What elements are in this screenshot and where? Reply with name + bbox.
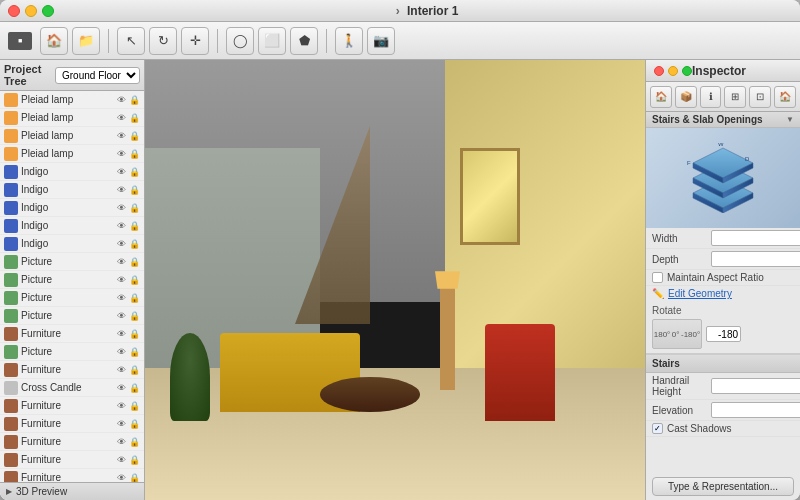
eye-icon[interactable]: 👁 [115,472,127,483]
toolbar-btn-select[interactable]: ↖ [117,27,145,55]
eye-icon[interactable]: 👁 [115,436,127,448]
lock-icon[interactable]: 🔒 [128,400,140,412]
close-button[interactable] [8,5,20,17]
insp-btn-1[interactable]: 🏠 [650,86,672,108]
eye-icon[interactable]: 👁 [115,184,127,196]
lock-icon[interactable]: 🔒 [128,454,140,466]
lock-icon[interactable]: 🔒 [128,148,140,160]
lock-icon[interactable]: 🔒 [128,292,140,304]
eye-icon[interactable]: 👁 [115,292,127,304]
list-item[interactable]: Indigo 👁 🔒 [0,217,144,235]
eye-icon[interactable]: 👁 [115,454,127,466]
floor-select[interactable]: Ground Floor [55,67,140,84]
type-representation-button[interactable]: Type & Representation... [652,477,794,496]
lock-icon[interactable]: 🔒 [128,184,140,196]
eye-icon[interactable]: 👁 [115,364,127,376]
insp-btn-info[interactable]: ℹ [700,86,722,108]
toolbar-btn-home[interactable]: 🏠 [40,27,68,55]
eye-icon[interactable]: 👁 [115,130,127,142]
list-item[interactable]: Furniture 👁 🔒 [0,433,144,451]
lock-icon[interactable]: 🔒 [128,382,140,394]
eye-icon[interactable]: 👁 [115,220,127,232]
toolbar-btn-circle[interactable]: ◯ [226,27,254,55]
toolbar-btn-poly[interactable]: ⬟ [290,27,318,55]
toolbar-btn-rect[interactable]: ⬜ [258,27,286,55]
list-item[interactable]: Picture 👁 🔒 [0,289,144,307]
eye-icon[interactable]: 👁 [115,256,127,268]
list-item[interactable]: Pleiad lamp 👁 🔒 [0,145,144,163]
eye-icon[interactable]: 👁 [115,418,127,430]
toolbar-btn-camera[interactable]: 📷 [367,27,395,55]
insp-btn-3[interactable]: ⊞ [724,86,746,108]
eye-icon[interactable]: 👁 [115,310,127,322]
3d-preview-bar[interactable]: ▶ 3D Preview [0,482,144,500]
maintain-aspect-checkbox[interactable] [652,272,663,283]
toolbar-btn-folder[interactable]: 📁 [72,27,100,55]
maximize-button[interactable] [42,5,54,17]
eye-icon[interactable]: 👁 [115,148,127,160]
list-item[interactable]: Furniture 👁 🔒 [0,361,144,379]
edit-geometry-link[interactable]: Edit Geometry [668,288,732,299]
list-item[interactable]: Furniture 👁 🔒 [0,469,144,482]
eye-icon[interactable]: 👁 [115,202,127,214]
eye-icon[interactable]: 👁 [115,274,127,286]
lock-icon[interactable]: 🔒 [128,310,140,322]
lock-icon[interactable]: 🔒 [128,94,140,106]
list-item[interactable]: Pleiad lamp 👁 🔒 [0,109,144,127]
eye-icon[interactable]: 👁 [115,94,127,106]
eye-icon[interactable]: 👁 [115,382,127,394]
elevation-input[interactable] [711,402,800,418]
insp-btn-2[interactable]: 📦 [675,86,697,108]
insp-max-btn[interactable] [682,66,692,76]
insp-btn-4[interactable]: ⊡ [749,86,771,108]
lock-icon[interactable]: 🔒 [128,166,140,178]
lock-icon[interactable]: 🔒 [128,238,140,250]
toolbar-btn-figure[interactable]: 🚶 [335,27,363,55]
handrail-input[interactable] [711,378,800,394]
list-item[interactable]: Indigo 👁 🔒 [0,235,144,253]
eye-icon[interactable]: 👁 [115,346,127,358]
toolbar-btn-rotate[interactable]: ↻ [149,27,177,55]
list-item[interactable]: Furniture 👁 🔒 [0,415,144,433]
lock-icon[interactable]: 🔒 [128,346,140,358]
insp-min-btn[interactable] [668,66,678,76]
eye-icon[interactable]: 👁 [115,166,127,178]
lock-icon[interactable]: 🔒 [128,436,140,448]
list-item[interactable]: Indigo 👁 🔒 [0,163,144,181]
lock-icon[interactable]: 🔒 [128,130,140,142]
lock-icon[interactable]: 🔒 [128,220,140,232]
rotate-dial[interactable]: 180° 0° -180° [652,319,702,349]
list-item[interactable]: Cross Candle 👁 🔒 [0,379,144,397]
width-input[interactable] [711,230,800,246]
list-item[interactable]: Indigo 👁 🔒 [0,181,144,199]
eye-icon[interactable]: 👁 [115,328,127,340]
lock-icon[interactable]: 🔒 [128,256,140,268]
cast-shadows-checkbox[interactable]: ✓ [652,423,663,434]
toolbar-btn-move[interactable]: ✛ [181,27,209,55]
list-item[interactable]: Furniture 👁 🔒 [0,451,144,469]
rotate-value-input[interactable] [706,326,741,342]
eye-icon[interactable]: 👁 [115,112,127,124]
list-item[interactable]: Furniture 👁 🔒 [0,397,144,415]
lock-icon[interactable]: 🔒 [128,202,140,214]
list-item[interactable]: Pleiad lamp 👁 🔒 [0,91,144,109]
minimize-button[interactable] [25,5,37,17]
list-item[interactable]: Pleiad lamp 👁 🔒 [0,127,144,145]
render-viewport[interactable] [145,60,645,500]
list-item[interactable]: Picture 👁 🔒 [0,343,144,361]
eye-icon[interactable]: 👁 [115,238,127,250]
lock-icon[interactable]: 🔒 [128,328,140,340]
list-item[interactable]: Picture 👁 🔒 [0,307,144,325]
lock-icon[interactable]: 🔒 [128,112,140,124]
lock-icon[interactable]: 🔒 [128,472,140,483]
list-item[interactable]: Picture 👁 🔒 [0,253,144,271]
lock-icon[interactable]: 🔒 [128,274,140,286]
list-item[interactable]: Furniture 👁 🔒 [0,325,144,343]
stairs-section-header[interactable]: Stairs & Slab Openings ▼ [646,112,800,128]
insp-btn-5[interactable]: 🏠 [774,86,796,108]
list-item[interactable]: Picture 👁 🔒 [0,271,144,289]
lock-icon[interactable]: 🔒 [128,418,140,430]
insp-close-btn[interactable] [654,66,664,76]
depth-input[interactable] [711,251,800,267]
lock-icon[interactable]: 🔒 [128,364,140,376]
